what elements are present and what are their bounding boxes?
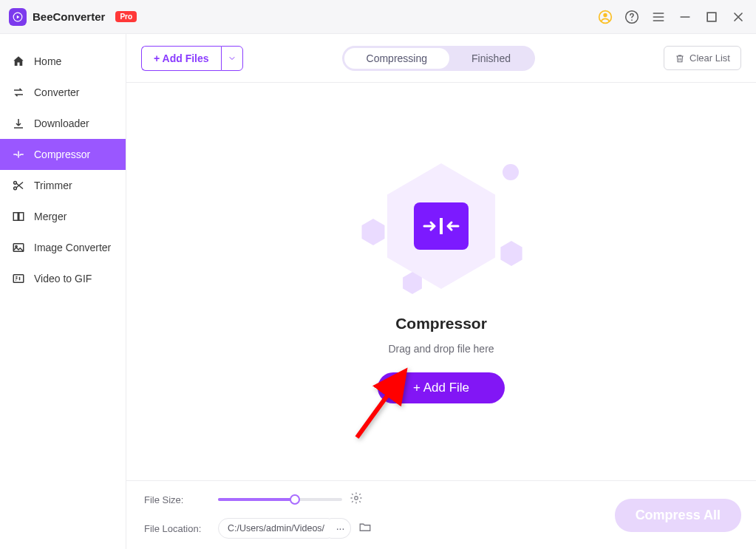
main-panel: + Add Files Compressing Finished Clear L…	[126, 34, 756, 549]
folder-icon	[358, 520, 372, 533]
sidebar-item-label: Downloader	[34, 117, 89, 129]
converter-icon	[12, 86, 25, 99]
svg-rect-12	[13, 275, 24, 283]
sidebar-item-merger[interactable]: Merger	[0, 201, 126, 232]
menu-icon[interactable]	[651, 10, 666, 24]
add-files-group: + Add Files	[141, 46, 243, 71]
sidebar-item-image-converter[interactable]: Image Converter	[0, 232, 126, 263]
svg-rect-9	[19, 213, 24, 221]
clear-list-button[interactable]: Clear List	[664, 46, 741, 70]
sidebar-item-downloader[interactable]: Downloader	[0, 108, 126, 139]
file-location-input[interactable]	[218, 518, 338, 539]
drop-area[interactable]: Compressor Drag and drop file here + Add…	[126, 83, 756, 480]
sidebar-item-trimmer[interactable]: Trimmer	[0, 170, 126, 201]
status-tabs: Compressing Finished	[342, 46, 535, 71]
sidebar-item-video-to-gif[interactable]: Video to GIF	[0, 263, 126, 294]
file-size-control	[218, 491, 579, 508]
browse-location-button[interactable]: ···	[330, 518, 351, 539]
gear-icon	[350, 491, 363, 505]
home-icon	[12, 55, 25, 68]
tab-finished[interactable]: Finished	[449, 48, 533, 69]
scissors-icon	[12, 179, 25, 192]
pro-badge: Pro	[115, 11, 137, 22]
svg-rect-8	[13, 213, 18, 221]
file-size-slider[interactable]	[218, 498, 342, 501]
compressor-icon	[12, 148, 25, 161]
trash-icon	[675, 53, 685, 64]
svg-point-15	[355, 497, 358, 500]
sidebar: Home Converter Downloader Compressor Tri…	[0, 34, 126, 549]
image-icon	[12, 241, 25, 254]
sidebar-item-label: Trimmer	[34, 180, 72, 191]
file-location-label: File Location:	[144, 523, 218, 534]
sidebar-item-home[interactable]: Home	[0, 46, 126, 77]
svg-rect-13	[440, 218, 443, 234]
profile-icon[interactable]	[598, 10, 613, 24]
close-icon[interactable]	[731, 10, 746, 24]
help-icon[interactable]	[624, 10, 639, 24]
add-files-dropdown[interactable]	[221, 46, 243, 71]
sidebar-item-converter[interactable]: Converter	[0, 77, 126, 108]
download-icon	[12, 117, 25, 130]
merger-icon	[12, 210, 25, 223]
drop-subtitle: Drag and drop file here	[388, 343, 494, 355]
sidebar-item-label: Image Converter	[34, 242, 111, 253]
app-logo-group: BeeConverter Pro	[9, 8, 137, 26]
add-file-button[interactable]: + Add File	[378, 372, 505, 403]
toolbar: + Add Files Compressing Finished Clear L…	[126, 34, 756, 83]
titlebar-controls	[598, 10, 746, 24]
bottom-bar: File Size: Compress All File Location: ·…	[126, 480, 756, 549]
compress-icon	[414, 202, 469, 250]
titlebar: BeeConverter Pro	[0, 0, 756, 34]
open-folder-button[interactable]	[358, 520, 372, 536]
sidebar-item-label: Merger	[34, 211, 67, 222]
minimize-icon[interactable]	[678, 10, 692, 24]
sidebar-item-label: Compressor	[34, 149, 90, 160]
svg-point-2	[603, 13, 607, 16]
compress-all-button[interactable]: Compress All	[615, 499, 741, 532]
drop-title: Compressor	[395, 315, 487, 333]
file-size-label: File Size:	[144, 494, 218, 505]
maximize-icon[interactable]	[704, 10, 719, 24]
clear-list-label: Clear List	[689, 52, 730, 64]
tab-compressing[interactable]: Compressing	[344, 48, 449, 69]
app-name: BeeConverter	[33, 10, 105, 23]
gif-icon	[12, 272, 25, 285]
sidebar-item-label: Video to GIF	[34, 273, 92, 284]
sidebar-item-label: Home	[34, 55, 61, 67]
sidebar-item-label: Converter	[34, 86, 79, 98]
file-size-settings[interactable]	[350, 491, 363, 508]
sidebar-item-compressor[interactable]: Compressor	[0, 139, 126, 170]
file-location-control: ···	[218, 518, 579, 539]
svg-rect-5	[707, 13, 716, 21]
app-logo-icon	[9, 8, 27, 26]
add-files-button[interactable]: + Add Files	[141, 46, 221, 71]
svg-point-4	[631, 19, 633, 21]
chevron-down-icon	[228, 54, 236, 63]
compressor-illustration	[367, 160, 515, 293]
